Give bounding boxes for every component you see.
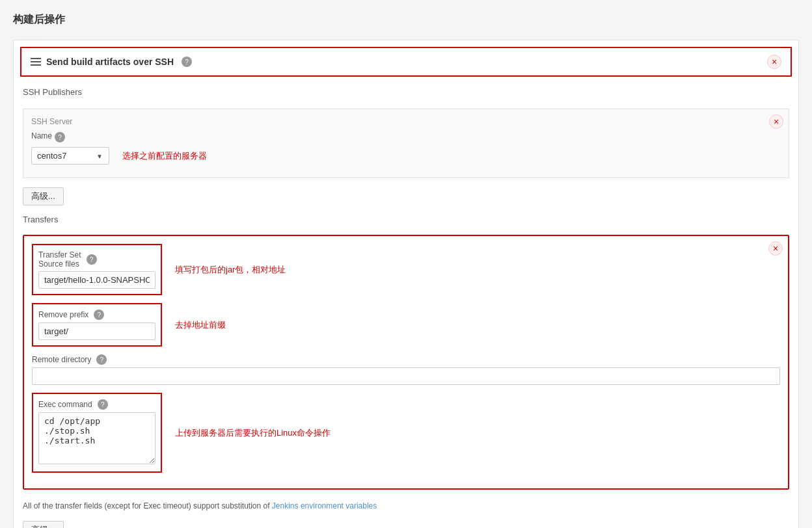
source-files-annotation: 填写打包后的jar包，相对地址 bbox=[175, 264, 286, 276]
name-field-label: Name bbox=[31, 131, 52, 140]
ssh-server-card: SSH Server Name ? centos7 选择之前配置的服务器 × bbox=[23, 109, 789, 178]
exec-command-annotation: 上传到服务器后需要执行的Linux命令操作 bbox=[175, 427, 331, 439]
remote-directory-row: Remote directory ? bbox=[32, 354, 780, 385]
card-close-button[interactable]: × bbox=[767, 55, 781, 69]
ssh-publishers-label: SSH Publishers bbox=[14, 83, 798, 103]
card-header-title: Send build artifacts over SSH bbox=[46, 57, 174, 67]
transfers-label: Transfers bbox=[14, 212, 798, 230]
jenkins-env-link[interactable]: Jenkins environment variables bbox=[272, 501, 377, 510]
ssh-server-close-button[interactable]: × bbox=[769, 114, 783, 129]
remote-directory-input[interactable] bbox=[32, 367, 780, 385]
card-header: Send build artifacts over SSH ? × bbox=[20, 47, 792, 77]
footer-note: All of the transfer fields (except for E… bbox=[14, 495, 798, 517]
transfer-set-label: Transfer Set Source files ? bbox=[38, 250, 156, 269]
bottom-advanced-button[interactable]: 高级... bbox=[23, 521, 64, 528]
source-files-label-box: Transfer Set Source files ? bbox=[32, 244, 162, 295]
source-files-help-icon[interactable]: ? bbox=[87, 254, 97, 265]
exec-command-row: Exec command ? cd /opt/app ./stop.sh ./s… bbox=[32, 393, 780, 473]
remove-prefix-label-box: Remove prefix ? bbox=[32, 303, 162, 347]
exec-command-input[interactable]: cd /opt/app ./stop.sh ./start.sh bbox=[38, 412, 156, 464]
source-files-input[interactable] bbox=[38, 271, 156, 289]
ssh-server-annotation: 选择之前配置的服务器 bbox=[122, 150, 207, 162]
name-label-row: Name ? bbox=[31, 131, 781, 143]
remove-prefix-annotation: 去掉地址前缀 bbox=[175, 319, 226, 331]
page-title: 构建后操作 bbox=[13, 13, 799, 27]
card-help-icon[interactable]: ? bbox=[182, 57, 192, 67]
exec-command-label: Exec command ? bbox=[38, 399, 156, 410]
transfer-close-button[interactable]: × bbox=[768, 241, 783, 256]
transfer-set-box: × Transfer Set Source files ? 填写打包后的jar包… bbox=[23, 235, 789, 490]
name-help-icon[interactable]: ? bbox=[55, 132, 65, 142]
advanced-button[interactable]: 高级... bbox=[23, 187, 64, 205]
source-files-row: Transfer Set Source files ? 填写打包后的jar包，相… bbox=[32, 244, 780, 295]
hamburger-icon[interactable] bbox=[31, 58, 41, 66]
card-header-left: Send build artifacts over SSH ? bbox=[31, 57, 192, 67]
remote-directory-help-icon[interactable]: ? bbox=[96, 354, 107, 365]
ssh-server-name-select[interactable]: centos7 bbox=[31, 147, 109, 165]
remove-prefix-input[interactable] bbox=[38, 323, 156, 340]
remove-prefix-row: Remove prefix ? 去掉地址前缀 bbox=[32, 303, 780, 347]
ssh-server-title: SSH Server bbox=[31, 117, 781, 126]
exec-command-label-box: Exec command ? cd /opt/app ./stop.sh ./s… bbox=[32, 393, 162, 473]
remote-directory-label: Remote directory ? bbox=[32, 354, 780, 365]
exec-command-help-icon[interactable]: ? bbox=[98, 399, 108, 410]
main-card: Send build artifacts over SSH ? × SSH Pu… bbox=[13, 40, 799, 528]
remove-prefix-field-label: Remove prefix ? bbox=[38, 310, 156, 320]
remove-prefix-help-icon[interactable]: ? bbox=[94, 310, 104, 320]
